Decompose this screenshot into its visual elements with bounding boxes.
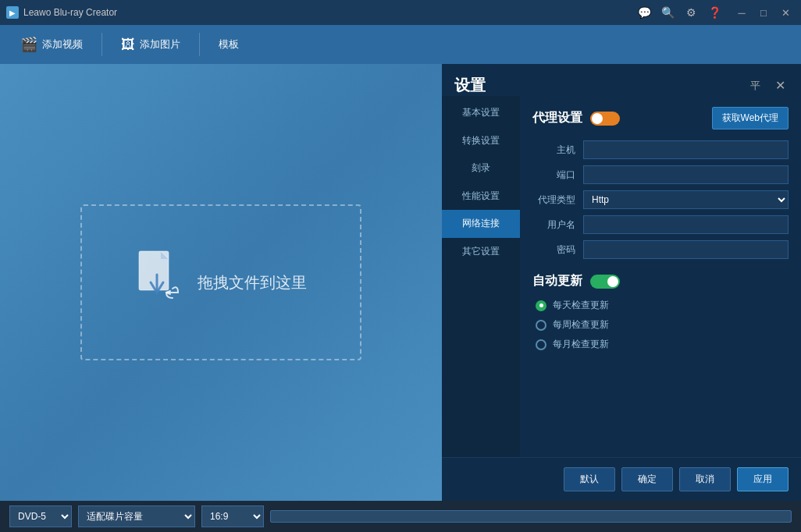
window-controls: ─ □ ✕ <box>732 5 795 20</box>
content-panel: 拖拽文件到这里 <box>0 64 442 501</box>
close-button[interactable]: ✕ <box>776 5 795 20</box>
nav-other[interactable]: 其它设置 <box>442 238 520 266</box>
settings-panel: 设置 平 ✕ 基本设置 转换设置 刻录 性能设置 网络连接 其它设置 <box>442 64 801 501</box>
proxy-section-title: 代理设置 <box>532 110 582 126</box>
template-label: 模板 <box>219 37 239 51</box>
proxy-toggle[interactable] <box>590 112 620 126</box>
daily-radio-item[interactable]: 每天检查更新 <box>536 299 789 312</box>
disc-type-select[interactable]: DVD-5 DVD-9 BD-25 BD-50 <box>9 505 72 527</box>
settings-icon[interactable]: ⚙ <box>682 4 700 21</box>
daily-label: 每天检查更新 <box>553 299 609 312</box>
panel-pin-button[interactable]: 平 <box>746 77 764 94</box>
weekly-radio[interactable] <box>536 320 546 331</box>
add-video-icon: 🎬 <box>20 36 37 53</box>
monthly-radio-item[interactable]: 每月检查更新 <box>536 338 789 351</box>
username-label: 用户名 <box>532 218 583 232</box>
nav-performance[interactable]: 性能设置 <box>442 183 520 211</box>
message-icon[interactable]: 💬 <box>635 4 653 21</box>
auto-update-title: 自动更新 <box>532 273 582 289</box>
password-row: 密码 <box>532 240 789 259</box>
auto-update-toggle-thumb <box>607 276 618 287</box>
confirm-button[interactable]: 确定 <box>621 467 673 491</box>
drop-text: 拖拽文件到这里 <box>198 272 307 293</box>
auto-update-header: 自动更新 <box>532 273 789 289</box>
search-icon[interactable]: 🔍 <box>659 4 676 21</box>
nav-burn[interactable]: 刻录 <box>442 154 520 183</box>
proxy-type-label: 代理类型 <box>532 193 583 207</box>
template-button[interactable]: 模板 <box>208 33 250 56</box>
aspect-ratio-select[interactable]: 16:9 4:3 <box>201 505 264 527</box>
username-row: 用户名 <box>532 215 789 234</box>
nav-convert[interactable]: 转换设置 <box>442 127 520 155</box>
port-label: 端口 <box>532 168 583 182</box>
title-bar: ▶ Leawo Blu-ray Creator 💬 🔍 ⚙ ❓ ─ □ ✕ <box>0 0 801 25</box>
minimize-button[interactable]: ─ <box>732 5 751 20</box>
apply-button[interactable]: 应用 <box>737 467 789 491</box>
nav-network[interactable]: 网络连接 <box>442 210 520 238</box>
weekly-label: 每周检查更新 <box>553 318 609 332</box>
toolbar: 🎬 添加视频 🖼 添加图片 模板 <box>0 25 801 64</box>
proxy-toggle-thumb <box>592 113 603 124</box>
host-input[interactable] <box>583 140 789 159</box>
add-video-button[interactable]: 🎬 添加视频 <box>9 31 94 58</box>
settings-footer: 默认 确定 取消 应用 <box>442 457 801 501</box>
default-button[interactable]: 默认 <box>564 467 615 491</box>
proxy-type-row: 代理类型 Http Socks4 Socks5 <box>532 190 789 209</box>
drop-icon <box>135 250 182 315</box>
cancel-button[interactable]: 取消 <box>679 467 731 491</box>
help-icon[interactable]: ❓ <box>706 4 723 21</box>
monthly-radio[interactable] <box>536 339 546 350</box>
update-frequency-group: 每天检查更新 每周检查更新 每月检查更新 <box>536 299 789 351</box>
main-area: 拖拽文件到这里 设置 平 ✕ 基本设置 转换设置 刻录 性能设置 网络连接 其它… <box>0 64 801 501</box>
host-row: 主机 <box>532 140 789 159</box>
password-input[interactable] <box>583 240 789 259</box>
add-video-label: 添加视频 <box>42 37 83 51</box>
settings-body: 基本设置 转换设置 刻录 性能设置 网络连接 其它设置 代理设置 <box>442 96 801 457</box>
settings-title: 设置 <box>454 75 486 96</box>
username-input[interactable] <box>583 215 789 234</box>
nav-basic[interactable]: 基本设置 <box>442 99 520 127</box>
auto-update-toggle[interactable] <box>590 275 620 289</box>
fit-disc-select[interactable]: 适配碟片容量 <box>78 505 195 527</box>
get-web-proxy-button[interactable]: 获取Web代理 <box>712 107 789 129</box>
proxy-title-area: 代理设置 <box>532 110 620 126</box>
proxy-header: 代理设置 获取Web代理 <box>532 107 789 129</box>
drop-zone[interactable]: 拖拽文件到这里 <box>80 204 361 360</box>
host-label: 主机 <box>532 144 583 157</box>
toolbar-divider <box>101 33 102 56</box>
daily-radio-inner <box>539 303 543 307</box>
monthly-label: 每月检查更新 <box>553 338 609 351</box>
maximize-button[interactable]: □ <box>754 5 773 20</box>
title-bar-icons: 💬 🔍 ⚙ ❓ <box>635 4 723 21</box>
settings-nav: 基本设置 转换设置 刻录 性能设置 网络连接 其它设置 <box>442 96 520 457</box>
settings-content: 代理设置 获取Web代理 主机 端口 <box>520 96 801 457</box>
panel-close-button[interactable]: ✕ <box>771 77 789 94</box>
password-label: 密码 <box>532 243 583 257</box>
daily-radio[interactable] <box>536 300 546 311</box>
port-input[interactable] <box>583 165 789 184</box>
app-title: Leawo Blu-ray Creator <box>23 7 635 18</box>
proxy-toggle-track[interactable] <box>590 112 620 126</box>
add-image-button[interactable]: 🖼 添加图片 <box>110 32 191 58</box>
add-image-label: 添加图片 <box>140 37 180 51</box>
app-icon: ▶ <box>6 6 19 19</box>
toolbar-divider2 <box>199 33 200 56</box>
add-image-icon: 🖼 <box>121 37 135 53</box>
bottom-bar: DVD-5 DVD-9 BD-25 BD-50 适配碟片容量 16:9 4:3 <box>0 501 801 532</box>
weekly-radio-item[interactable]: 每周检查更新 <box>536 318 789 332</box>
progress-bar <box>270 510 792 523</box>
port-row: 端口 <box>532 165 789 184</box>
proxy-type-select[interactable]: Http Socks4 Socks5 <box>583 190 789 209</box>
